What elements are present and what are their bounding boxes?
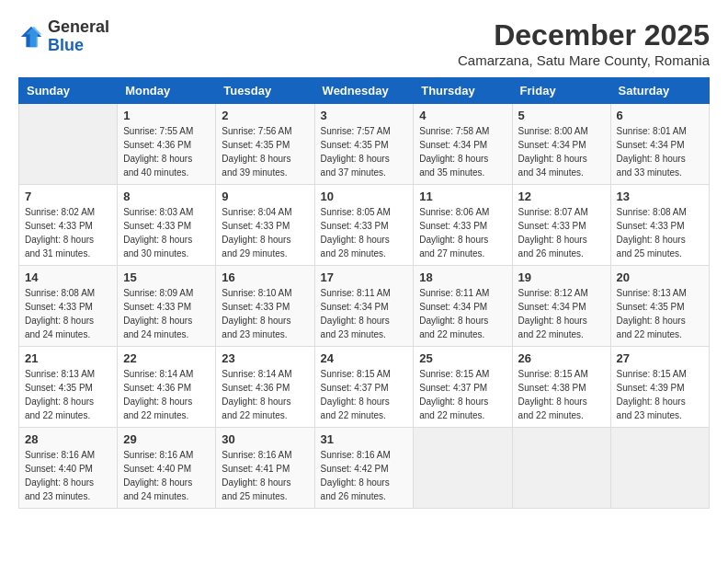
day-number: 17 (321, 270, 408, 284)
day-info: Sunrise: 8:14 AM Sunset: 4:36 PM Dayligh… (123, 367, 210, 422)
day-number: 7 (25, 190, 111, 203)
calendar-cell: 31Sunrise: 8:16 AM Sunset: 4:42 PM Dayli… (314, 428, 414, 509)
calendar-cell: 24Sunrise: 8:15 AM Sunset: 4:37 PM Dayli… (314, 347, 414, 428)
day-number: 23 (222, 351, 308, 365)
logo-blue: Blue (48, 36, 84, 54)
day-info: Sunrise: 8:15 AM Sunset: 4:37 PM Dayligh… (419, 367, 506, 422)
day-info: Sunrise: 8:11 AM Sunset: 4:34 PM Dayligh… (419, 286, 506, 341)
calendar-week-2: 7Sunrise: 8:02 AM Sunset: 4:33 PM Daylig… (19, 185, 710, 266)
weekday-header-wednesday: Wednesday (314, 78, 414, 104)
day-info: Sunrise: 8:09 AM Sunset: 4:33 PM Dayligh… (123, 286, 210, 341)
calendar-cell: 16Sunrise: 8:10 AM Sunset: 4:33 PM Dayli… (216, 266, 314, 347)
calendar-cell (19, 104, 118, 185)
calendar-cell: 21Sunrise: 8:13 AM Sunset: 4:35 PM Dayli… (19, 347, 118, 428)
day-info: Sunrise: 7:58 AM Sunset: 4:34 PM Dayligh… (419, 124, 506, 179)
day-number: 1 (123, 109, 210, 122)
location-subtitle: Camarzana, Satu Mare County, Romania (458, 52, 710, 68)
calendar-cell: 14Sunrise: 8:08 AM Sunset: 4:33 PM Dayli… (19, 266, 118, 347)
calendar-cell: 19Sunrise: 8:12 AM Sunset: 4:34 PM Dayli… (512, 266, 610, 347)
calendar-cell: 22Sunrise: 8:14 AM Sunset: 4:36 PM Dayli… (118, 347, 216, 428)
weekday-header-saturday: Saturday (610, 78, 709, 104)
calendar-cell: 17Sunrise: 8:11 AM Sunset: 4:34 PM Dayli… (314, 266, 414, 347)
day-info: Sunrise: 8:02 AM Sunset: 4:33 PM Dayligh… (25, 205, 111, 260)
day-info: Sunrise: 8:14 AM Sunset: 4:36 PM Dayligh… (222, 367, 308, 422)
day-info: Sunrise: 8:16 AM Sunset: 4:40 PM Dayligh… (25, 448, 111, 503)
calendar-cell (610, 428, 709, 509)
day-number: 30 (222, 432, 308, 446)
weekday-header-row: SundayMondayTuesdayWednesdayThursdayFrid… (19, 78, 710, 104)
day-info: Sunrise: 8:04 AM Sunset: 4:33 PM Dayligh… (222, 205, 308, 260)
day-number: 31 (321, 432, 408, 446)
calendar-cell: 20Sunrise: 8:13 AM Sunset: 4:35 PM Dayli… (610, 266, 709, 347)
day-number: 2 (222, 109, 308, 122)
calendar-cell: 6Sunrise: 8:01 AM Sunset: 4:34 PM Daylig… (610, 104, 709, 185)
day-number: 19 (518, 270, 605, 284)
day-info: Sunrise: 8:10 AM Sunset: 4:33 PM Dayligh… (222, 286, 308, 341)
calendar-cell (512, 428, 610, 509)
weekday-header-monday: Monday (118, 78, 216, 104)
day-number: 14 (25, 270, 111, 284)
page-header: General Blue December 2025 Camarzana, Sa… (18, 18, 710, 68)
calendar-cell: 4Sunrise: 7:58 AM Sunset: 4:34 PM Daylig… (414, 104, 512, 185)
logo: General Blue (18, 18, 109, 55)
day-info: Sunrise: 8:13 AM Sunset: 4:35 PM Dayligh… (25, 367, 111, 422)
calendar-cell: 27Sunrise: 8:15 AM Sunset: 4:39 PM Dayli… (610, 347, 709, 428)
calendar-cell: 9Sunrise: 8:04 AM Sunset: 4:33 PM Daylig… (216, 185, 314, 266)
day-number: 9 (222, 190, 308, 203)
day-number: 20 (617, 270, 703, 284)
day-number: 10 (321, 190, 408, 203)
calendar-week-1: 1Sunrise: 7:55 AM Sunset: 4:36 PM Daylig… (19, 104, 710, 185)
day-number: 8 (123, 190, 210, 203)
title-block: December 2025 Camarzana, Satu Mare Count… (458, 18, 710, 68)
calendar-cell: 10Sunrise: 8:05 AM Sunset: 4:33 PM Dayli… (314, 185, 414, 266)
day-info: Sunrise: 8:06 AM Sunset: 4:33 PM Dayligh… (419, 205, 506, 260)
calendar-cell: 23Sunrise: 8:14 AM Sunset: 4:36 PM Dayli… (216, 347, 314, 428)
day-info: Sunrise: 8:01 AM Sunset: 4:34 PM Dayligh… (617, 124, 703, 179)
day-number: 11 (419, 190, 506, 203)
logo-icon (18, 24, 44, 50)
calendar-cell: 26Sunrise: 8:15 AM Sunset: 4:38 PM Dayli… (512, 347, 610, 428)
weekday-header-tuesday: Tuesday (216, 78, 314, 104)
calendar-week-5: 28Sunrise: 8:16 AM Sunset: 4:40 PM Dayli… (19, 428, 710, 509)
day-number: 28 (25, 432, 111, 446)
day-number: 26 (518, 351, 605, 365)
calendar-cell: 3Sunrise: 7:57 AM Sunset: 4:35 PM Daylig… (314, 104, 414, 185)
calendar-cell: 29Sunrise: 8:16 AM Sunset: 4:40 PM Dayli… (118, 428, 216, 509)
day-info: Sunrise: 8:12 AM Sunset: 4:34 PM Dayligh… (518, 286, 605, 341)
calendar-cell: 11Sunrise: 8:06 AM Sunset: 4:33 PM Dayli… (414, 185, 512, 266)
day-number: 4 (419, 109, 506, 122)
calendar-week-3: 14Sunrise: 8:08 AM Sunset: 4:33 PM Dayli… (19, 266, 710, 347)
day-number: 15 (123, 270, 210, 284)
calendar-cell (414, 428, 512, 509)
day-number: 29 (123, 432, 210, 446)
day-info: Sunrise: 8:05 AM Sunset: 4:33 PM Dayligh… (321, 205, 408, 260)
day-info: Sunrise: 8:08 AM Sunset: 4:33 PM Dayligh… (25, 286, 111, 341)
day-number: 12 (518, 190, 605, 203)
logo-general: General (48, 17, 109, 36)
day-info: Sunrise: 8:16 AM Sunset: 4:41 PM Dayligh… (222, 448, 308, 503)
day-number: 6 (617, 109, 703, 122)
calendar-cell: 2Sunrise: 7:56 AM Sunset: 4:35 PM Daylig… (216, 104, 314, 185)
calendar-cell: 28Sunrise: 8:16 AM Sunset: 4:40 PM Dayli… (19, 428, 118, 509)
weekday-header-thursday: Thursday (414, 78, 512, 104)
calendar-cell: 7Sunrise: 8:02 AM Sunset: 4:33 PM Daylig… (19, 185, 118, 266)
day-info: Sunrise: 8:15 AM Sunset: 4:39 PM Dayligh… (617, 367, 703, 422)
calendar-cell: 15Sunrise: 8:09 AM Sunset: 4:33 PM Dayli… (118, 266, 216, 347)
day-info: Sunrise: 8:07 AM Sunset: 4:33 PM Dayligh… (518, 205, 605, 260)
day-number: 16 (222, 270, 308, 284)
calendar-cell: 30Sunrise: 8:16 AM Sunset: 4:41 PM Dayli… (216, 428, 314, 509)
calendar-cell: 1Sunrise: 7:55 AM Sunset: 4:36 PM Daylig… (118, 104, 216, 185)
day-info: Sunrise: 7:57 AM Sunset: 4:35 PM Dayligh… (321, 124, 408, 179)
calendar-cell: 25Sunrise: 8:15 AM Sunset: 4:37 PM Dayli… (414, 347, 512, 428)
day-number: 18 (419, 270, 506, 284)
month-title: December 2025 (458, 18, 710, 52)
day-number: 3 (321, 109, 408, 122)
day-number: 13 (617, 190, 703, 203)
day-info: Sunrise: 8:03 AM Sunset: 4:33 PM Dayligh… (123, 205, 210, 260)
day-number: 24 (321, 351, 408, 365)
calendar-week-4: 21Sunrise: 8:13 AM Sunset: 4:35 PM Dayli… (19, 347, 710, 428)
day-info: Sunrise: 7:55 AM Sunset: 4:36 PM Dayligh… (123, 124, 210, 179)
day-info: Sunrise: 8:15 AM Sunset: 4:38 PM Dayligh… (518, 367, 605, 422)
day-info: Sunrise: 7:56 AM Sunset: 4:35 PM Dayligh… (222, 124, 308, 179)
day-number: 5 (518, 109, 605, 122)
